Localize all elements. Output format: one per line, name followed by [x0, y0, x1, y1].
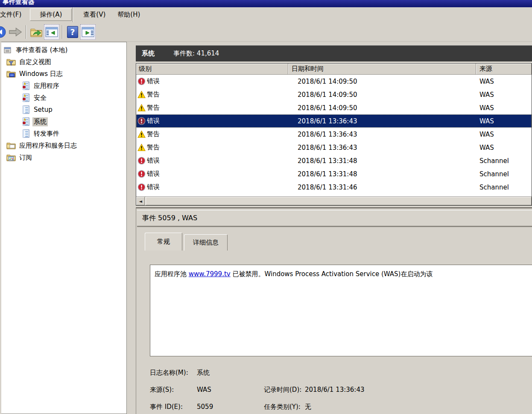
forward-icon: [8, 26, 23, 38]
event-datetime: 2018/6/1 14:09:50: [288, 91, 476, 99]
show-console-tree-icon: [45, 26, 58, 38]
event-row-selected[interactable]: 错误 2018/6/1 13:36:43 WAS: [136, 114, 532, 128]
app-pool-link[interactable]: www.7999.tv: [189, 270, 231, 278]
event-row[interactable]: 错误 2018/6/1 13:31:48 Schannel: [136, 167, 532, 181]
error-icon: [137, 117, 146, 125]
subscriptions-folder-icon: [6, 154, 16, 161]
tree-item-label: 安全: [32, 93, 48, 102]
column-header-datetime[interactable]: 日期和时间: [288, 64, 476, 75]
event-row[interactable]: 错误 2018/6/1 13:31:46 Schannel: [136, 181, 532, 194]
results-header: 系统 事件数: 41,614: [136, 45, 532, 61]
column-header-level[interactable]: 级别: [136, 64, 288, 75]
tree-item-label: Windows 日志: [18, 70, 64, 79]
tree-item-security-log[interactable]: 安全: [1, 92, 126, 104]
log-alert-icon: [21, 82, 30, 90]
tree-item-setup-log[interactable]: Setup: [1, 104, 126, 116]
tree-item-event-viewer-root[interactable]: 事件查看器 (本地): [1, 44, 126, 56]
tree-item-forwarded-events-log[interactable]: 转发事件: [1, 128, 126, 140]
tree-item-label: 转发事件: [32, 129, 61, 138]
tree-item-label: 应用程序和服务日志: [18, 141, 78, 150]
help-icon: ?: [67, 26, 78, 38]
event-level: 错误: [147, 117, 160, 125]
error-icon: [137, 157, 146, 165]
export-folder-icon: [30, 26, 43, 38]
field-row: 日志名称(M): 系统: [136, 366, 532, 379]
event-level: 错误: [147, 170, 160, 178]
task-category-value: 无: [305, 400, 311, 413]
toolbar-separator: [26, 25, 26, 39]
event-description-suffix: 已被禁用。Windows Process Activation Service …: [231, 270, 433, 278]
event-datetime: 2018/6/1 13:31:48: [288, 157, 476, 165]
event-count-label: 事件数:: [173, 50, 195, 57]
tree-item-application-log[interactable]: 应用程序: [1, 80, 126, 92]
menu-help[interactable]: 帮助(H): [111, 9, 146, 20]
event-source: Schannel: [476, 157, 532, 165]
menu-bar: 文件(F) 操作(A) 查看(V) 帮助(H): [0, 7, 532, 22]
event-source: WAS: [476, 91, 532, 99]
event-level: 警告: [147, 143, 160, 152]
event-source: WAS: [476, 104, 532, 112]
scroll-left-button[interactable]: ◄: [136, 197, 145, 205]
tree-item-custom-views[interactable]: 自定义视图: [1, 56, 126, 68]
tree-item-label: 系统: [32, 117, 48, 126]
menu-separator: [73, 7, 73, 22]
event-count-value: 41,614: [197, 50, 219, 57]
tree-item-label: 订阅: [18, 153, 33, 162]
show-console-tree-button[interactable]: [44, 24, 59, 40]
menu-view[interactable]: 查看(V): [77, 9, 111, 20]
task-category-label: 任务类别(Y):: [264, 400, 301, 413]
event-level: 错误: [147, 77, 160, 85]
event-row[interactable]: 警告 2018/6/1 13:36:43 WAS: [136, 141, 532, 154]
menu-file[interactable]: 文件(F): [0, 9, 27, 20]
event-source: WAS: [476, 117, 532, 125]
error-icon: [137, 77, 146, 85]
event-row[interactable]: 警告 2018/6/1 14:09:50 WAS: [136, 88, 532, 101]
tab-general[interactable]: 常规: [145, 233, 182, 251]
event-row[interactable]: 错误 2018/6/1 14:09:50 WAS: [136, 75, 532, 88]
tree-item-subscriptions[interactable]: 订阅: [1, 152, 126, 163]
help-button[interactable]: ?: [65, 24, 80, 40]
table-header-row: 级别 日期和时间 来源: [136, 64, 532, 75]
warning-icon: [137, 143, 146, 152]
event-row[interactable]: 警告 2018/6/1 13:36:43 WAS: [136, 128, 532, 141]
menu-action[interactable]: 操作(A): [30, 9, 72, 21]
field-row: 事件 ID(E): 5059 任务类别(Y): 无: [136, 400, 532, 413]
event-source: WAS: [476, 131, 532, 138]
console-root-icon: [3, 46, 12, 54]
back-button[interactable]: [0, 24, 8, 40]
forward-button[interactable]: [8, 24, 23, 40]
event-row[interactable]: 错误 2018/6/1 13:31:48 Schannel: [136, 154, 532, 167]
open-saved-log-button[interactable]: [29, 24, 44, 40]
tree-item-system-log[interactable]: 系统: [1, 116, 126, 128]
event-level: 警告: [147, 130, 160, 138]
custom-views-folder-icon: [6, 58, 16, 66]
warning-icon: [137, 104, 146, 112]
event-source: WAS: [476, 78, 532, 85]
event-level: 警告: [147, 104, 160, 112]
horizontal-scrollbar[interactable]: ◄: [136, 196, 532, 205]
event-level: 错误: [147, 157, 160, 165]
windows-logs-folder-icon: [6, 70, 16, 78]
field-row: 来源(S): WAS 记录时间(D): 2018/6/1 13:36:43: [136, 383, 532, 396]
show-action-pane-button[interactable]: [80, 24, 96, 40]
log-alert-icon: [21, 93, 30, 102]
error-icon: [137, 170, 146, 178]
event-id-label: 事件 ID(E):: [150, 400, 183, 413]
source-value: WAS: [197, 383, 211, 396]
event-row[interactable]: 警告 2018/6/1 14:09:50 WAS: [136, 101, 532, 114]
tree-item-label: Setup: [32, 105, 54, 114]
tree-item-windows-logs[interactable]: Windows 日志: [1, 68, 126, 80]
logged-time-value: 2018/6/1 13:36:43: [305, 383, 365, 396]
event-datetime: 2018/6/1 13:36:43: [288, 144, 476, 152]
tree-item-applications-services-logs[interactable]: 应用程序和服务日志: [1, 140, 126, 152]
tree-item-label: 应用程序: [32, 82, 61, 90]
tab-details[interactable]: 详细信息: [184, 234, 228, 251]
results-pane: 系统 事件数: 41,614 级别 日期和时间 来源 错误 2018/6/1 1…: [136, 42, 532, 206]
event-source: Schannel: [476, 184, 532, 191]
column-header-source[interactable]: 来源: [476, 64, 532, 75]
warning-icon: [137, 130, 146, 138]
scrollbar-thumb[interactable]: [146, 197, 532, 205]
title-bar[interactable]: 事件查看器: [0, 0, 532, 7]
event-datetime: 2018/6/1 14:09:50: [288, 78, 476, 85]
log-name-value: 系统: [197, 366, 210, 379]
